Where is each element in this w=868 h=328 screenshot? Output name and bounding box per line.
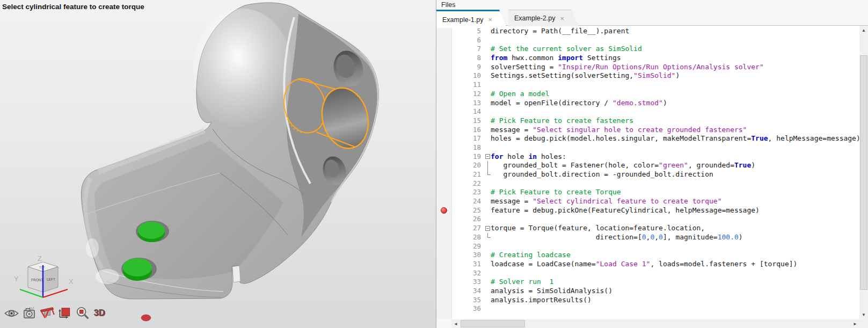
breakpoint-margin[interactable] bbox=[437, 99, 451, 108]
code-line[interactable]: 34analysis = SimSolidAnalysis() bbox=[437, 287, 859, 296]
breakpoint-margin[interactable] bbox=[437, 233, 451, 242]
breakpoint-margin[interactable] bbox=[437, 170, 451, 179]
code-line[interactable]: 24message = "Select cylindrical feature … bbox=[437, 197, 859, 206]
code-line[interactable]: 11 bbox=[437, 81, 859, 90]
horizontal-scrollbar[interactable]: ◄ ► bbox=[451, 319, 859, 328]
code-line[interactable]: 30# Creating loadcase bbox=[437, 251, 859, 260]
scroll-left-arrow[interactable]: ◄ bbox=[451, 319, 460, 328]
line-number[interactable]: 17 bbox=[451, 134, 484, 143]
breakpoint-margin[interactable] bbox=[437, 287, 451, 296]
tab-example-1[interactable]: Example-1.py × bbox=[436, 10, 507, 28]
line-number[interactable]: 25 bbox=[451, 206, 484, 215]
line-number[interactable]: 7 bbox=[451, 45, 484, 54]
line-number[interactable]: 34 bbox=[451, 287, 484, 296]
fastener-green-1[interactable] bbox=[136, 221, 169, 242]
line-number[interactable]: 36 bbox=[451, 304, 484, 314]
code-line[interactable]: 10Settings.setSetting(solverSetting,"Sim… bbox=[437, 71, 859, 81]
breakpoint-margin[interactable] bbox=[437, 152, 451, 162]
code-line[interactable]: 22 bbox=[437, 179, 859, 188]
breakpoint-margin[interactable] bbox=[437, 269, 451, 278]
line-number[interactable]: 16 bbox=[451, 126, 484, 135]
scroll-right-arrow[interactable]: ► bbox=[851, 319, 859, 328]
close-icon[interactable]: × bbox=[488, 16, 492, 23]
breakpoint-margin[interactable] bbox=[437, 126, 451, 135]
vertical-scrollbar[interactable]: ▲ ▼ bbox=[859, 26, 868, 319]
code-line[interactable]: 35analysis.importResults() bbox=[437, 296, 859, 305]
fold-collapse-icon[interactable]: − bbox=[485, 154, 490, 159]
breakpoint-margin[interactable] bbox=[437, 27, 451, 36]
view-cube-left-label[interactable]: LEFT bbox=[47, 278, 55, 281]
breakpoint-margin[interactable] bbox=[437, 278, 451, 287]
line-number[interactable]: 26 bbox=[451, 215, 484, 224]
code-editor[interactable]: 5directory = Path(__file__).parent67# Se… bbox=[437, 26, 859, 319]
code-line[interactable]: 14 bbox=[437, 107, 859, 116]
rotate-3d-button[interactable]: 3D 3D bbox=[92, 304, 108, 322]
line-number[interactable]: 6 bbox=[451, 36, 484, 45]
tab-example-2[interactable]: Example-2.py × bbox=[508, 10, 579, 26]
line-number[interactable]: 22 bbox=[451, 179, 484, 188]
scroll-up-arrow[interactable]: ▲ bbox=[859, 26, 868, 34]
breakpoint-margin[interactable] bbox=[437, 251, 451, 260]
close-icon[interactable]: × bbox=[560, 15, 564, 22]
breakpoint-margin[interactable] bbox=[437, 63, 451, 72]
line-number[interactable]: 18 bbox=[451, 143, 484, 152]
zoom-fit-button[interactable] bbox=[74, 304, 91, 322]
line-number[interactable]: 12 bbox=[451, 90, 484, 99]
line-number[interactable]: 31 bbox=[451, 260, 484, 269]
breakpoint-margin[interactable] bbox=[437, 197, 451, 206]
code-line[interactable]: 6 bbox=[437, 36, 859, 45]
breakpoint-margin[interactable] bbox=[437, 36, 451, 45]
line-number[interactable]: 32 bbox=[451, 269, 484, 278]
breakpoint-margin[interactable] bbox=[437, 161, 451, 170]
line-number[interactable]: 28 bbox=[451, 233, 484, 242]
code-line[interactable]: 12# Open a model bbox=[437, 90, 859, 99]
breakpoint-margin[interactable] bbox=[437, 54, 451, 63]
breakpoint-margin[interactable] bbox=[437, 179, 451, 188]
model-canvas[interactable]: FRONT LEFT TOP Z Y X bbox=[0, 0, 436, 328]
plane-view-button[interactable] bbox=[56, 304, 73, 322]
code-line[interactable]: 21 grounded_bolt.direction = -grounded_b… bbox=[437, 170, 859, 179]
breakpoint-margin[interactable] bbox=[437, 224, 451, 233]
view-cube-front-label[interactable]: FRONT bbox=[31, 278, 43, 282]
line-number[interactable]: 33 bbox=[451, 278, 484, 287]
vertical-scroll-thumb[interactable] bbox=[860, 55, 867, 290]
breakpoint-margin[interactable] bbox=[437, 188, 451, 197]
line-number[interactable]: 14 bbox=[451, 107, 484, 116]
code-line[interactable]: 7# Set the current solver as SimSolid bbox=[437, 45, 859, 54]
line-number[interactable]: 9 bbox=[451, 63, 484, 72]
code-line[interactable]: 33# Solver run 1 bbox=[437, 278, 859, 287]
horizontal-scroll-thumb[interactable] bbox=[461, 320, 525, 327]
code-line[interactable]: 36 bbox=[437, 304, 859, 314]
code-line[interactable]: 25feature = debug.pickOne(FeatureCylindr… bbox=[437, 206, 859, 215]
line-number[interactable]: 8 bbox=[451, 54, 484, 63]
code-line[interactable]: 27−torque = Torque(feature, location=fea… bbox=[437, 224, 859, 233]
code-line[interactable]: 29 bbox=[437, 242, 859, 251]
code-line[interactable]: 15# Pick Feature to create fasteners bbox=[437, 116, 859, 126]
breakpoint-margin[interactable] bbox=[437, 116, 451, 126]
code-line[interactable]: 13model = openFile(directory / "demo.stm… bbox=[437, 99, 859, 108]
view-cube-top-label[interactable]: TOP bbox=[39, 266, 45, 269]
line-number[interactable]: 24 bbox=[451, 197, 484, 206]
code-line[interactable]: 17holes = debug.pick(model.holes.singula… bbox=[437, 134, 859, 143]
move-to-table-button[interactable] bbox=[39, 304, 55, 322]
breakpoint-margin[interactable] bbox=[437, 45, 451, 54]
code-line[interactable]: 18 bbox=[437, 143, 859, 152]
code-line[interactable]: 26 bbox=[437, 215, 859, 224]
breakpoint-margin[interactable] bbox=[437, 215, 451, 224]
fold-collapse-icon[interactable]: − bbox=[485, 226, 490, 231]
viewport-3d[interactable]: Select cylindrical feature to create tor… bbox=[0, 0, 436, 328]
line-number[interactable]: 21 bbox=[451, 170, 484, 179]
line-number[interactable]: 29 bbox=[451, 242, 484, 251]
scroll-down-arrow[interactable]: ▼ bbox=[859, 310, 868, 319]
breakpoint-margin[interactable] bbox=[437, 107, 451, 116]
breakpoint-margin[interactable] bbox=[437, 242, 451, 251]
line-number[interactable]: 13 bbox=[451, 99, 484, 108]
code-line[interactable]: 8from hwx.common import Settings bbox=[437, 54, 859, 63]
code-line[interactable]: 5directory = Path(__file__).parent bbox=[437, 27, 859, 36]
breakpoint-dot[interactable] bbox=[441, 207, 447, 214]
line-number[interactable]: 27 bbox=[451, 224, 484, 233]
code-line[interactable]: 9solverSetting = "Inspire/Run Options/Ru… bbox=[437, 63, 859, 72]
code-line[interactable]: 32 bbox=[437, 269, 859, 278]
code-line[interactable]: 19−for hole in holes: bbox=[437, 152, 859, 162]
line-number[interactable]: 35 bbox=[451, 296, 484, 305]
